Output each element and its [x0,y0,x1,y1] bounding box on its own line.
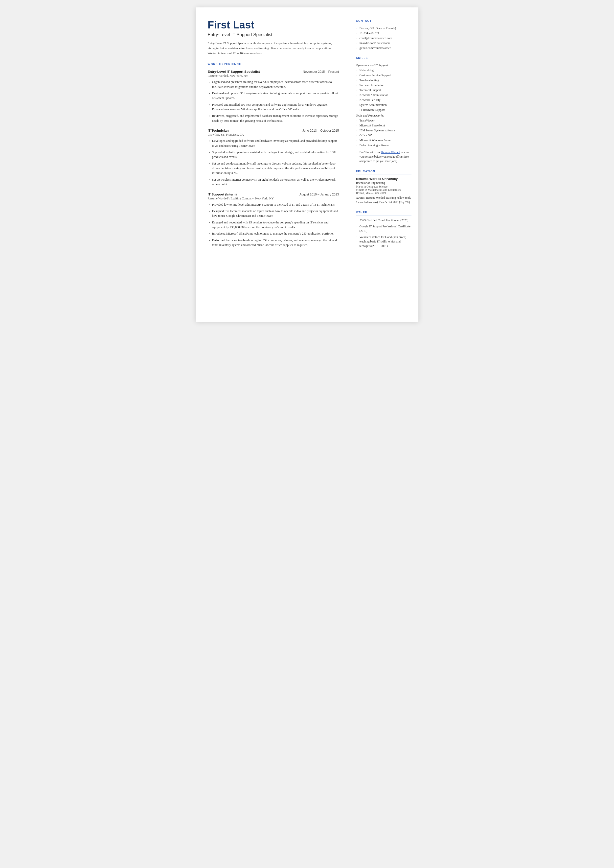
tool-3: IBM Power Systems software [356,129,411,132]
bullet-3-1: Provided low to mid-level administrative… [208,202,339,207]
edu-awards: Awards: Resume Worded Teaching Fellow (o… [356,196,411,204]
other-item-1: AWS Certified Cloud Practitioner (2020) [356,218,411,222]
contact-list: Denver, OH (Open to Remote) +1-234-456-7… [356,26,411,50]
other-section: OTHER AWS Certified Cloud Practitioner (… [356,211,411,248]
edu-degree: Bachelor of Engineering [356,181,411,185]
left-column: First Last Entry-Level IT Support Specia… [196,8,349,321]
contact-item-2: +1-234-456-789 [356,31,411,35]
job-company-2: Growthsi, San Francisco, CA [208,133,339,137]
bullet-2-4: Set up wireless internet connectivity on… [208,177,339,187]
skill-1-6: Network Administration [356,93,411,97]
candidate-name: First Last [208,19,339,31]
job-company-3: Resume Worded's Exciting Company, New Yo… [208,197,339,200]
bullet-3-4: Introduced Microsoft SharePoint technolo… [208,231,339,236]
job-dates-2: June 2013 – October 2015 [302,129,339,132]
job-company-1: Resume Worded, New York, NY [208,74,339,78]
job-header-1: Entry-Level IT Support Specialist Novemb… [208,70,339,73]
job-block-1: Entry-Level IT Support Specialist Novemb… [208,70,339,123]
candidate-summary: Entry-Level IT Support Specialist with e… [208,41,339,56]
tool-4: Office 365 [356,134,411,137]
contact-header: CONTACT [356,19,411,24]
work-experience-header: WORK EXPERIENCE [208,63,339,67]
contact-section: CONTACT Denver, OH (Open to Remote) +1-2… [356,19,411,50]
skill-1-3: Troubleshooting [356,78,411,82]
right-column: CONTACT Denver, OH (Open to Remote) +1-2… [349,8,419,321]
edu-location-date: Boston, MA — June 2019 [356,191,411,194]
promo-link[interactable]: Resume Worded [381,151,400,154]
bullet-1-2: Designed and updated 30+ easy-to-underst… [208,91,339,101]
job-dates-3: August 2010 – January 2013 [299,193,339,196]
bullet-1-1: Organised and presented training for ove… [208,80,339,89]
education-section: EDUCATION Resume Worded University Bache… [356,170,411,204]
job-title-3: IT Support (Intern) [208,193,237,196]
contact-item-5: github.com/resumeworded [356,46,411,50]
tool-6: Defect tracking software [356,143,411,147]
edu-major: Major in Computer Science [356,185,411,188]
skills-list-1: Networking Customer Service Support Trou… [356,68,411,112]
job-dates-1: November 2015 – Present [303,70,339,73]
tool-1: TeamViewer [356,119,411,123]
skill-1-9: IT Hardware Support [356,108,411,112]
skills-section: SKILLS Operations and IT Support: Networ… [356,56,411,163]
job-title-1: Entry-Level IT Support Specialist [208,70,260,73]
skills-category-2-label: Tools and Frameworks: [356,114,411,118]
job-bullets-2: Developed and upgraded software and hard… [208,138,339,187]
bullet-3-3: Engaged and negotiated with 15 vendors t… [208,220,339,230]
bullet-1-3: Procured and installed 100 new computers… [208,102,339,112]
skill-1-7: Network Security [356,98,411,102]
education-header: EDUCATION [356,170,411,174]
tool-5: Microsoft Windows Server [356,138,411,142]
job-header-2: IT Technician June 2013 – October 2015 [208,129,339,132]
contact-item-1: Denver, OH (Open to Remote) [356,26,411,30]
job-header-3: IT Support (Intern) August 2010 – Januar… [208,193,339,196]
contact-item-3: email@resumeworded.com [356,36,411,40]
skill-1-1: Networking [356,68,411,72]
skill-1-8: System Administration [356,103,411,107]
work-experience-section: WORK EXPERIENCE Entry-Level IT Support S… [208,63,339,247]
skill-1-5: Technical Support [356,89,411,92]
other-list: AWS Certified Cloud Practitioner (2020) … [356,218,411,248]
other-item-3: Volunteer at Tech for Good (non profit) … [356,235,411,248]
candidate-title: Entry-Level IT Support Specialist [208,32,339,37]
bullet-3-2: Designed five technical manuals on topic… [208,209,339,219]
tools-list: TeamViewer Microsoft SharePoint IBM Powe… [356,119,411,147]
skills-header: SKILLS [356,56,411,61]
job-block-3: IT Support (Intern) August 2010 – Januar… [208,193,339,248]
skill-1-4: Software Installation [356,83,411,87]
job-bullets-1: Organised and presented training for ove… [208,80,339,123]
job-block-2: IT Technician June 2013 – October 2015 G… [208,129,339,187]
skills-category-1-label: Operations and IT Support: [356,64,411,67]
bullet-2-3: Set up and conducted monthly staff meeti… [208,161,339,175]
other-item-2: Google IT Support Professional Certifica… [356,224,411,233]
promo-text: Don't forget to use Resume Worded to sca… [356,150,411,163]
job-title-2: IT Technician [208,129,229,132]
resume-page: First Last Entry-Level IT Support Specia… [196,8,419,321]
promo-before: Don't forget to use [360,151,381,154]
bullet-2-2: Supported website operations, assisted w… [208,150,339,160]
job-bullets-3: Provided low to mid-level administrative… [208,202,339,248]
tool-2: Microsoft SharePoint [356,124,411,127]
bullet-2-1: Developed and upgraded software and hard… [208,138,339,148]
edu-minors: Minors in Mathematics and Economics [356,188,411,191]
contact-item-4: linkedin.com/in/username [356,41,411,45]
other-header: OTHER [356,211,411,216]
edu-school: Resume Worded University [356,177,411,181]
skill-1-2: Customer Service Support [356,73,411,77]
bullet-3-5: Performed hardware troubleshooting for 3… [208,238,339,248]
bullet-1-4: Reviewed, suggested, and implemented dat… [208,113,339,123]
